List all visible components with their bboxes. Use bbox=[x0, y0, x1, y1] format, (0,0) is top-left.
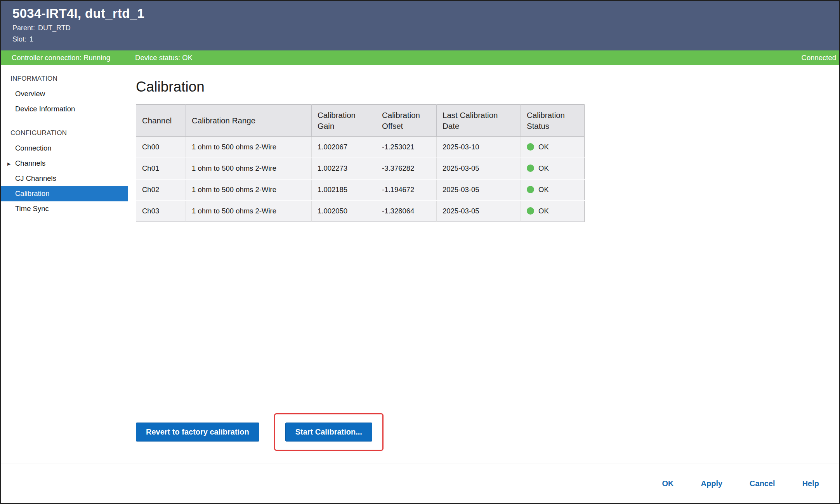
cell-channel: Ch02 bbox=[136, 179, 186, 201]
cell-gain: 1.002050 bbox=[312, 201, 376, 222]
device-parent: Parent:DUT_RTD bbox=[12, 24, 839, 32]
cell-offset: -3.376282 bbox=[376, 158, 437, 179]
cell-gain: 1.002185 bbox=[312, 179, 376, 201]
status-text: OK bbox=[538, 143, 549, 151]
parent-label: Parent: bbox=[12, 24, 35, 32]
device-slot: Slot:1 bbox=[12, 35, 839, 43]
cell-status: OK bbox=[521, 201, 585, 222]
ok-button[interactable]: OK bbox=[662, 479, 674, 488]
start-calibration-button[interactable]: Start Calibration... bbox=[285, 423, 372, 442]
status-ok-icon bbox=[527, 207, 534, 215]
cell-offset: -1.194672 bbox=[376, 179, 437, 201]
sidebar-item-connection[interactable]: Connection bbox=[1, 141, 128, 156]
cell-date: 2025-03-10 bbox=[437, 137, 521, 158]
status-ok-icon bbox=[527, 186, 534, 193]
table-body: Ch00 1 ohm to 500 ohms 2-Wire 1.002067 -… bbox=[136, 137, 585, 222]
cell-range: 1 ohm to 500 ohms 2-Wire bbox=[186, 201, 312, 222]
help-button[interactable]: Help bbox=[802, 479, 819, 488]
cell-date: 2025-03-05 bbox=[437, 158, 521, 179]
sidebar-section-information: INFORMATION bbox=[1, 71, 128, 87]
annotation-highlight-box: Start Calibration... bbox=[274, 413, 384, 451]
content-row: INFORMATION Overview Device Information … bbox=[1, 65, 839, 464]
slot-label: Slot: bbox=[12, 35, 26, 43]
cell-range: 1 ohm to 500 ohms 2-Wire bbox=[186, 137, 312, 158]
table-header: Channel Calibration Range Calibration Ga… bbox=[136, 105, 585, 137]
sidebar-item-calibration[interactable]: Calibration bbox=[1, 186, 128, 201]
status-ok-icon bbox=[527, 165, 534, 172]
status-ok-icon bbox=[527, 143, 534, 151]
dialog-footer: OK Apply Cancel Help bbox=[1, 464, 839, 503]
sidebar: INFORMATION Overview Device Information … bbox=[1, 65, 128, 464]
sidebar-item-channels[interactable]: ▶ Channels bbox=[1, 156, 128, 171]
cell-status: OK bbox=[521, 179, 585, 201]
cell-gain: 1.002273 bbox=[312, 158, 376, 179]
column-header-calibration-gain: Calibration Gain bbox=[312, 105, 376, 137]
cell-status: OK bbox=[521, 137, 585, 158]
slot-value: 1 bbox=[30, 35, 33, 43]
action-button-row: Revert to factory calibration Start Cali… bbox=[136, 413, 384, 451]
sidebar-item-device-information[interactable]: Device Information bbox=[1, 102, 128, 117]
column-header-calibration-status: Calibration Status bbox=[521, 105, 585, 137]
controller-connection-status: Controller connection: Running bbox=[12, 54, 110, 62]
main-panel: Calibration Channel Calibration Range Ca… bbox=[128, 65, 839, 464]
device-config-window: 5034-IRT4I, dut_rtd_1 Parent:DUT_RTD Slo… bbox=[0, 0, 840, 504]
column-header-channel: Channel bbox=[136, 105, 186, 137]
table-row: Ch00 1 ohm to 500 ohms 2-Wire 1.002067 -… bbox=[136, 137, 585, 158]
table-row: Ch01 1 ohm to 500 ohms 2-Wire 1.002273 -… bbox=[136, 158, 585, 179]
cell-range: 1 ohm to 500 ohms 2-Wire bbox=[186, 179, 312, 201]
cell-channel: Ch01 bbox=[136, 158, 186, 179]
sidebar-section-configuration: CONFIGURATION bbox=[1, 125, 128, 141]
sidebar-item-channels-label: Channels bbox=[15, 159, 45, 167]
table-header-row: Channel Calibration Range Calibration Ga… bbox=[136, 105, 585, 137]
revert-factory-calibration-button[interactable]: Revert to factory calibration bbox=[136, 423, 259, 442]
table-row: Ch03 1 ohm to 500 ohms 2-Wire 1.002050 -… bbox=[136, 201, 585, 222]
page-title: Calibration bbox=[136, 79, 839, 95]
device-title: 5034-IRT4I, dut_rtd_1 bbox=[12, 6, 839, 21]
status-text: OK bbox=[538, 185, 549, 194]
device-status: Device status: OK bbox=[135, 54, 193, 62]
cell-status: OK bbox=[521, 158, 585, 179]
connection-state: Connected bbox=[802, 54, 836, 62]
status-text: OK bbox=[538, 207, 549, 215]
parent-value: DUT_RTD bbox=[38, 24, 71, 32]
sidebar-item-cj-channels[interactable]: CJ Channels bbox=[1, 171, 128, 186]
cancel-button[interactable]: Cancel bbox=[750, 479, 775, 488]
sidebar-item-overview[interactable]: Overview bbox=[1, 87, 128, 102]
cell-offset: -1.328064 bbox=[376, 201, 437, 222]
expand-arrow-icon[interactable]: ▶ bbox=[7, 161, 10, 166]
column-header-calibration-offset: Calibration Offset bbox=[376, 105, 437, 137]
cell-date: 2025-03-05 bbox=[437, 179, 521, 201]
cell-channel: Ch03 bbox=[136, 201, 186, 222]
table-row: Ch02 1 ohm to 500 ohms 2-Wire 1.002185 -… bbox=[136, 179, 585, 201]
cell-channel: Ch00 bbox=[136, 137, 186, 158]
device-header: 5034-IRT4I, dut_rtd_1 Parent:DUT_RTD Slo… bbox=[1, 1, 839, 50]
sidebar-item-time-sync[interactable]: Time Sync bbox=[1, 201, 128, 216]
calibration-table: Channel Calibration Range Calibration Ga… bbox=[136, 104, 585, 222]
cell-offset: -1.253021 bbox=[376, 137, 437, 158]
status-bar: Controller connection: Running Device st… bbox=[1, 50, 839, 65]
apply-button[interactable]: Apply bbox=[701, 479, 723, 488]
column-header-calibration-range: Calibration Range bbox=[186, 105, 312, 137]
cell-range: 1 ohm to 500 ohms 2-Wire bbox=[186, 158, 312, 179]
cell-gain: 1.002067 bbox=[312, 137, 376, 158]
status-text: OK bbox=[538, 164, 549, 172]
column-header-last-calibration-date: Last Calibration Date bbox=[437, 105, 521, 137]
cell-date: 2025-03-05 bbox=[437, 201, 521, 222]
